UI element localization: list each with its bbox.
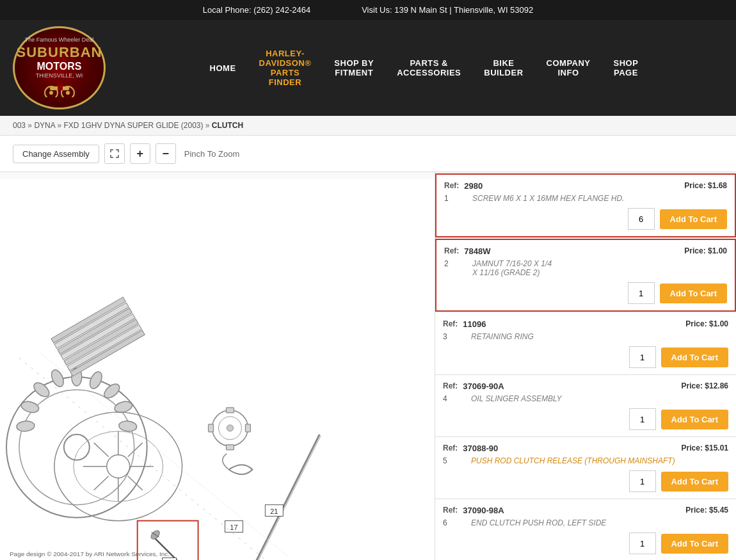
svg-text:Page design © 2004-2017 by ARI: Page design © 2004-2017 by ARI Network S… [10, 550, 170, 557]
svg-rect-5 [58, 84, 63, 90]
main-content: 1 2 3 4 5 6 7 8 [0, 172, 736, 560]
part-row: Ref: 2980 Price: $1.68 1 SCREW M6 X 1 X … [435, 173, 736, 237]
qty-input-2[interactable] [628, 282, 655, 304]
svg-point-39 [227, 425, 233, 431]
address-info: Visit Us: 139 N Main St | Thiensville, W… [362, 5, 533, 15]
svg-text:21: 21 [270, 508, 278, 515]
part-row: Ref: 11096 Price: $1.00 3 RETAINING RING… [435, 313, 736, 375]
svg-point-3 [66, 91, 70, 95]
add-to-cart-button-1[interactable]: Add To Cart [660, 209, 727, 229]
top-bar: Local Phone: (262) 242-2464 Visit Us: 13… [0, 0, 736, 20]
part-row: Ref: 37088-90 Price: $15.01 5 PUSH ROD C… [435, 437, 736, 499]
logo: The Famous Wheeler Deal SUBURBAN MOTORS … [13, 26, 106, 109]
phone-info: Local Phone: (262) 242-2464 [203, 5, 310, 15]
zoom-in-button[interactable]: + [130, 143, 150, 164]
nav-harley-finder[interactable]: HARLEY-DAVIDSON®PARTSFINDER [254, 45, 317, 90]
svg-rect-43 [245, 424, 250, 432]
svg-rect-42 [209, 424, 214, 432]
svg-text:17: 17 [230, 524, 237, 531]
fullscreen-button[interactable] [104, 143, 125, 164]
qty-input-3[interactable] [629, 346, 656, 368]
part-row: Ref: 37069-90A Price: $12.86 4 OIL SLING… [435, 375, 736, 437]
nav-parts-accessories[interactable]: PARTS &ACCESSORIES [392, 55, 466, 81]
header: The Famous Wheeler Deal SUBURBAN MOTORS … [0, 20, 736, 116]
zoom-out-button[interactable]: − [156, 143, 176, 164]
qty-input-1[interactable] [628, 208, 655, 230]
qty-input-5[interactable] [629, 470, 656, 492]
nav-home[interactable]: HOME [205, 60, 241, 76]
diagram-area: 1 2 3 4 5 6 7 8 [0, 172, 435, 560]
svg-rect-6 [0, 179, 435, 560]
part-row: Ref: 37090-98A Price: $5.45 6 END CLUTCH… [435, 499, 736, 560]
svg-rect-53 [163, 558, 177, 560]
qty-input-4[interactable] [629, 408, 656, 430]
part-row: Ref: 7848W Price: $1.00 2 JAMNUT 7/16-20… [435, 239, 736, 312]
parts-list: Ref: 2980 Price: $1.68 1 SCREW M6 X 1 X … [435, 172, 736, 560]
main-nav: HOME HARLEY-DAVIDSON®PARTSFINDER SHOP BY… [125, 45, 723, 90]
qty-input-6[interactable] [629, 532, 656, 554]
add-to-cart-button-2[interactable]: Add To Cart [660, 284, 727, 303]
add-to-cart-button-3[interactable]: Add To Cart [661, 348, 728, 367]
add-to-cart-button-6[interactable]: Add To Cart [661, 534, 728, 554]
nav-company-info[interactable]: COMPANYINFO [541, 55, 596, 81]
pinch-to-zoom-label: Pinch To Zoom [184, 149, 239, 159]
add-to-cart-button-5[interactable]: Add To Cart [661, 472, 728, 492]
svg-rect-40 [226, 408, 234, 413]
add-to-cart-button-4[interactable]: Add To Cart [661, 410, 728, 429]
breadcrumb: 003 » DYNA » FXD 1GHV DYNA SUPER GLIDE (… [0, 116, 736, 136]
change-assembly-button[interactable]: Change Assembly [13, 145, 99, 163]
nav-bike-builder[interactable]: BIKEBUILDER [479, 55, 528, 81]
nav-shop-by-fitment[interactable]: SHOP BYFITMENT [329, 55, 379, 81]
svg-rect-41 [226, 445, 234, 450]
nav-shop-page[interactable]: SHOPPAGE [609, 55, 644, 81]
toolbar: Change Assembly + − Pinch To Zoom [0, 136, 736, 172]
part-name-link-5[interactable]: PUSH ROD CLUTCH RELEASE (THROUGH MAINSHA… [471, 456, 675, 465]
svg-point-2 [49, 91, 53, 95]
